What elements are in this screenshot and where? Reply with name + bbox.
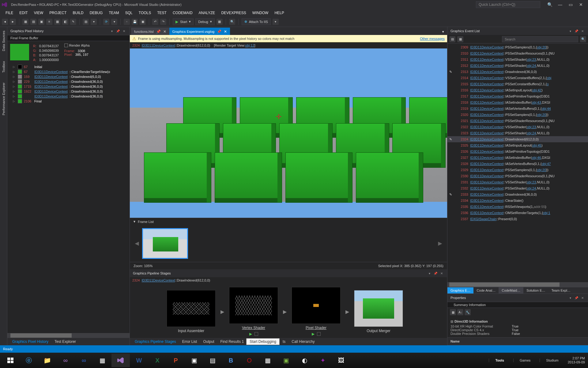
redo-icon[interactable]: ↷ [160, 19, 166, 25]
event-row[interactable]: 2327ID3D11DeviceContext::IASetIndexBuffe… [447, 155, 588, 161]
toolbar-icon[interactable]: ◧ [62, 19, 68, 25]
toolbar-icon[interactable]: ▦ [457, 36, 463, 42]
event-row[interactable]: 2329ID3D11DeviceContext::PSSetSamplers(0… [447, 167, 588, 173]
history-row[interactable]: ▷1922ID3D11DeviceContext::DrawIndexed(36… [7, 89, 130, 94]
stage-vertex-shader[interactable]: Vertex Shader▶ [229, 287, 278, 336]
right-tab[interactable]: Code Anal… [473, 287, 499, 293]
context-link[interactable]: ID3D11DeviceContext [141, 44, 175, 47]
event-row[interactable]: 2321ID3D11DeviceContext::PSSetShaderReso… [447, 118, 588, 124]
event-row[interactable]: 2328ID3D11DeviceContext::IASetVertexBuff… [447, 161, 588, 167]
close-icon[interactable]: ✕ [580, 29, 585, 33]
start-button[interactable] [1, 354, 20, 367]
history-row[interactable]: ▷159ID3D11DeviceContext::DrawIndexed(6,0… [7, 74, 130, 79]
menu-test[interactable]: TEST [154, 10, 170, 16]
right-tab[interactable]: Solution E… [523, 287, 548, 293]
pin-icon[interactable]: 📌 [115, 29, 120, 33]
menu-devexpress[interactable]: DEVEXPRESS [218, 10, 249, 16]
history-row[interactable]: ▷67Initial [7, 64, 130, 69]
nav-back-button[interactable]: ◄ [2, 19, 8, 25]
new-item-icon[interactable]: ▫ [124, 19, 130, 25]
pin-icon[interactable]: 📌 [217, 29, 221, 34]
event-row[interactable]: 2325ID3D11DeviceContext::IASetInputLayou… [447, 142, 588, 148]
event-row[interactable]: 2309ID3D11DeviceContext::PSSetSamplers(0… [447, 44, 588, 50]
play-icon[interactable]: ▶ [312, 332, 315, 336]
app-icon[interactable]: ▦ [258, 354, 277, 367]
save-all-icon[interactable]: ▣ [140, 19, 146, 25]
render-viewport[interactable]: ✛ [130, 48, 447, 218]
pin-icon[interactable]: 📌 [156, 29, 161, 34]
right-tab[interactable]: Graphics E… [447, 287, 473, 293]
start-debug-button[interactable]: ▶Start▾ [173, 18, 194, 25]
bottom-tab[interactable]: Find Results 1 [217, 339, 247, 345]
pin-icon[interactable]: 📌 [433, 272, 438, 275]
history-row[interactable]: ▷1715ID3D11DeviceContext::DrawIndexed(36… [7, 84, 130, 89]
app-icon[interactable]: ▤ [203, 354, 222, 367]
bottom-tab[interactable]: Call Hierarchy [288, 339, 318, 345]
panel-menu-icon[interactable]: ▾ [568, 29, 573, 33]
excel-icon[interactable]: X [148, 354, 167, 367]
toolbar-icon[interactable]: ≡ [46, 19, 52, 25]
event-row[interactable]: ✎2324ID3D11DeviceContext::DrawIndexed(61… [447, 136, 588, 142]
bottom-tab[interactable]: Test Explorer [51, 339, 79, 345]
menu-project[interactable]: PROJECT [46, 10, 70, 16]
history-row[interactable]: ▷229ID3D11DeviceContext::DrawIndexed(36,… [7, 79, 130, 84]
app-icon[interactable]: ∞ [75, 354, 93, 367]
event-row[interactable]: 2317ID3D11DeviceContext::IASetPrimitiveT… [447, 93, 588, 99]
event-search-input[interactable]: Search [502, 36, 578, 42]
close-button[interactable]: ✕ [576, 2, 586, 7]
collapse-icon[interactable]: ⊟ [450, 320, 453, 324]
toolbar-icon[interactable]: ▤ [83, 19, 89, 25]
close-icon[interactable]: ✕ [224, 29, 227, 34]
toolbar-icon[interactable]: ▦ [217, 19, 223, 25]
event-row[interactable]: 2330ID3D11DeviceContext::PSSetShaderReso… [447, 173, 588, 179]
event-row[interactable]: 2323ID3D11DeviceContext::PSSetShader(obj… [447, 130, 588, 136]
open-icon[interactable]: ▤ [30, 19, 36, 25]
frame-list-header[interactable]: ▼Frame List [130, 218, 447, 225]
close-icon[interactable]: ✕ [439, 272, 444, 275]
document-tab[interactable]: Graphics Experiment.vsglog📌✕ [169, 28, 230, 35]
app-icon[interactable]: ▣ [185, 354, 203, 367]
panel-menu-icon[interactable]: ▾ [427, 272, 432, 275]
menu-analyze[interactable]: ANALYZE [196, 10, 218, 16]
close-icon[interactable]: ✕ [122, 29, 126, 33]
minimize-button[interactable]: — [555, 2, 565, 7]
toolbar-icon[interactable]: ▤ [449, 36, 455, 42]
play-icon[interactable]: ▶ [249, 332, 252, 336]
save-all-icon[interactable]: ▣ [38, 19, 44, 25]
context-link[interactable]: ID3D11DeviceContext [141, 278, 175, 282]
side-tab[interactable]: Toolbox [1, 59, 6, 75]
event-row[interactable]: 2320ID3D11DeviceContext::PSSetSamplers(0… [447, 112, 588, 118]
vs-icon[interactable]: ∞ [56, 354, 75, 367]
undo-icon[interactable]: ↶ [152, 19, 158, 25]
word-icon[interactable]: W [130, 354, 148, 367]
menu-edit[interactable]: EDIT [16, 10, 31, 16]
search-icon[interactable]: 🔍 [580, 36, 586, 42]
save-icon[interactable]: 💾 [132, 19, 138, 25]
app-icon[interactable]: ▣ [277, 354, 295, 367]
menu-help[interactable]: HELP [271, 10, 287, 16]
menu-build[interactable]: BUILD [70, 10, 86, 16]
refresh-icon[interactable]: ⟳ [103, 19, 109, 25]
event-row[interactable]: 2332ID3D11DeviceContext::PSSetShader(obj… [447, 185, 588, 191]
checkbox[interactable] [317, 332, 321, 336]
event-row[interactable]: 2310ID3D11DeviceContext::PSSetShaderReso… [447, 50, 588, 56]
document-tab[interactable]: functions.hlsl📌✕ [131, 28, 169, 35]
attach-iis-button[interactable]: ⊕Attach To IIS [242, 18, 271, 25]
next-frame-button[interactable]: ► [437, 240, 443, 247]
config-dropdown[interactable]: Debug▾ [195, 18, 214, 25]
close-icon[interactable]: ✕ [163, 29, 166, 34]
props-icon[interactable]: 🔧 [465, 309, 471, 315]
event-row[interactable]: 2319ID3D11DeviceContext::IASetVertexBuff… [447, 105, 588, 112]
pin-icon[interactable]: 📌 [574, 29, 579, 33]
event-row[interactable]: 2316ID3D11DeviceContext::IASetInputLayou… [447, 87, 588, 93]
categorize-icon[interactable]: ▦ [450, 309, 456, 315]
event-row[interactable]: 2314ID3D11DeviceContext::VSSetConstantBu… [447, 75, 588, 81]
history-row[interactable]: ▷ID3D11DeviceContext::DrawIndexed(36,0,0… [7, 94, 130, 99]
menu-view[interactable]: VIEW [31, 10, 47, 16]
right-tab[interactable]: CodeMaid… [499, 287, 523, 293]
event-row[interactable]: 2322ID3D11DeviceContext::VSSetShader(obj… [447, 124, 588, 130]
other-messages-link[interactable]: Other messages [420, 37, 445, 40]
right-tab[interactable]: Team Expl… [548, 287, 573, 293]
opera-icon[interactable]: O [240, 354, 258, 367]
render-alpha-checkbox[interactable]: Render Alpha [64, 44, 90, 47]
